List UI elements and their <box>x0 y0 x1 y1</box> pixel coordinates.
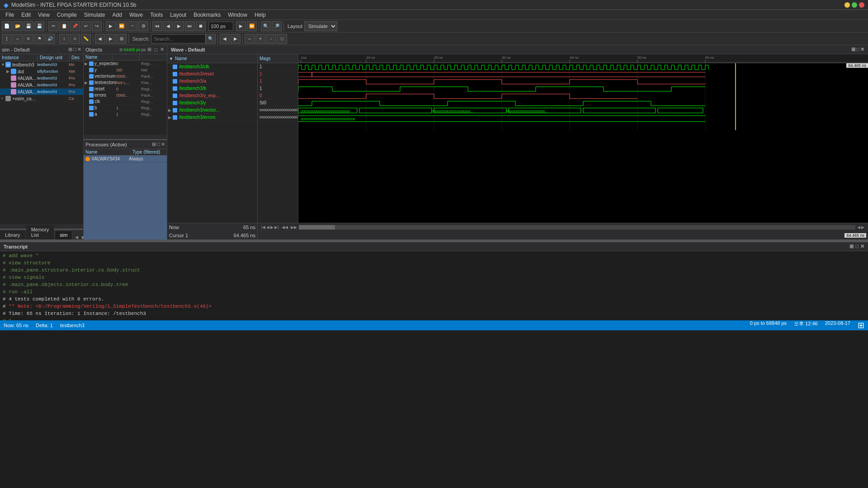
tab-memory-list[interactable]: Memory List <box>26 225 54 239</box>
save-all-btn[interactable]: 💾 <box>34 21 44 31</box>
wave-scroll-btns[interactable]: ◀ ▶ <box>857 225 864 230</box>
objects-icon2[interactable]: □ <box>153 47 158 52</box>
menu-add[interactable]: Add <box>109 11 126 19</box>
instance-close-btn[interactable]: ✕ <box>77 47 81 52</box>
tb2-btn3[interactable]: ≡ <box>24 34 33 44</box>
footer-btn4[interactable]: ▶| <box>274 225 278 230</box>
compile-btn[interactable]: ▶ <box>106 21 116 31</box>
tb2-btn2[interactable]: ↔ <box>13 34 23 44</box>
minimize-button[interactable] <box>844 2 850 8</box>
zoom-out-btn[interactable]: 🔎 <box>272 21 282 31</box>
proc-icon2[interactable]: □ <box>157 141 160 147</box>
cut-btn[interactable]: ✂ <box>48 21 58 31</box>
objects-scrollbar[interactable] <box>84 135 167 139</box>
footer-btn1[interactable]: |◀ <box>261 225 265 230</box>
obj-row-a[interactable]: a 1 Regi... <box>84 111 167 117</box>
tb2-find-next[interactable]: ▶ <box>231 34 241 44</box>
menu-wave[interactable]: Wave <box>126 11 146 19</box>
footer-btn2[interactable]: ◀ <box>266 225 269 230</box>
proc-item-always34[interactable]: #ALWAYS#34 Always <box>84 155 167 163</box>
transcript-close[interactable]: ✕ <box>860 244 864 249</box>
wave-float[interactable]: □ <box>856 47 859 52</box>
zoom-in-btn[interactable]: 🔍 <box>261 21 271 31</box>
wave-undock[interactable]: ⊞ <box>851 47 855 52</box>
tb2-zoom-btn[interactable]: ⊞ <box>117 34 127 44</box>
tb2-btn4[interactable]: ⚑ <box>34 34 44 44</box>
tb2-measure-btn[interactable]: 📏 <box>81 34 91 44</box>
time-input[interactable] <box>208 22 233 31</box>
new-btn[interactable]: 📄 <box>2 21 12 31</box>
tb2-btn5[interactable]: 🔊 <box>45 34 55 44</box>
wave-scrollbar[interactable] <box>299 225 855 230</box>
wave-close[interactable]: ✕ <box>860 47 864 52</box>
sim-btn[interactable]: ⚙ <box>138 21 148 31</box>
compile-all-btn[interactable]: ⏩ <box>117 21 127 31</box>
tb2-zoom-fit[interactable]: ↔ <box>245 34 255 44</box>
obj-row-y_expected[interactable]: ▶ y_expected 0 Regi... <box>84 61 167 67</box>
tab-library[interactable]: Library <box>0 230 25 239</box>
open-btn[interactable]: 📂 <box>13 21 23 31</box>
tab-nav-left[interactable]: ◀ <box>73 235 80 239</box>
transcript-icon1[interactable]: ⊞ <box>849 244 854 249</box>
menu-view[interactable]: View <box>34 11 53 19</box>
tb2-zoom-sel[interactable]: □ <box>277 34 287 44</box>
footer-btn5[interactable]: ◀◀ <box>280 225 290 230</box>
t-error-link[interactable]: ** Note: <D:/Programming/Verilog/1_Simpl… <box>9 304 212 309</box>
tree-item-always28[interactable]: #ALWAYS#28 testbench3 Pro <box>0 82 83 89</box>
tb2-zoom-out2[interactable]: - <box>266 34 276 44</box>
search-btn[interactable]: 🔍 <box>206 34 216 44</box>
footer-btn6[interactable]: ▶▶ <box>291 225 297 230</box>
obj-row-vectornum[interactable]: vectornum 0000... Pack... <box>84 73 167 80</box>
run-back-btn[interactable]: ◀ <box>163 21 173 31</box>
obj-row-reset[interactable]: reset 0 Regi... <box>84 86 167 92</box>
run-all-btn[interactable]: ⏩ <box>247 21 257 31</box>
obj-row-errors[interactable]: errors 0000... Pack... <box>84 92 167 99</box>
menu-compile[interactable]: Compile <box>53 11 80 19</box>
paste-btn[interactable]: 📌 <box>70 21 80 31</box>
objects-icon1[interactable]: ⊞ <box>146 47 152 52</box>
footer-btn3[interactable]: ▶ <box>270 225 274 230</box>
obj-row-b[interactable]: b 1 Regi... <box>84 105 167 111</box>
obj-row-y[interactable]: y St0 Net <box>84 67 167 73</box>
proc-icon1[interactable]: ⊞ <box>152 141 156 147</box>
objects-close[interactable]: ✕ <box>159 47 165 52</box>
close-button[interactable] <box>859 2 864 8</box>
tb2-btn1[interactable]: | <box>2 34 12 44</box>
menu-bookmarks[interactable]: Bookmarks <box>190 11 224 19</box>
tree-item-always14[interactable]: #ALWAYS#14 testbench3 Pro <box>0 75 83 82</box>
obj-row-clk[interactable]: clk Regi... <box>84 99 167 105</box>
scroll-left-btn[interactable]: ◀ <box>857 225 860 230</box>
tb2-find-prev[interactable]: ◀ <box>220 34 230 44</box>
maximize-button[interactable] <box>852 2 857 8</box>
tb2-zoom-in2[interactable]: + <box>255 34 265 44</box>
tree-item-testbench3[interactable]: ▼ M testbench3 testbench3 Mo <box>0 61 83 68</box>
tb2-wave-btn[interactable]: ≈ <box>70 34 80 44</box>
tree-item-dut[interactable]: ▶ dut sillyfunction Net <box>0 68 83 75</box>
windows-icon[interactable]: ⊞ <box>858 320 864 330</box>
tree-item-vsim[interactable]: + +vsim_capacity# Ca <box>0 95 83 102</box>
instance-float-btn[interactable]: □ <box>73 47 76 52</box>
menu-file[interactable]: File <box>2 11 18 19</box>
undo-btn[interactable]: ↩ <box>81 21 91 31</box>
scroll-right-btn[interactable]: ▶ <box>861 225 864 230</box>
wave-btn[interactable]: ~ <box>127 21 137 31</box>
copy-btn[interactable]: 📋 <box>59 21 69 31</box>
tree-item-always34[interactable]: #ALWAYS#34 testbench3 Pro <box>0 89 83 95</box>
transcript-icon2[interactable]: □ <box>855 244 859 249</box>
redo-btn[interactable]: ↪ <box>92 21 102 31</box>
tab-sim[interactable]: sim <box>55 230 72 239</box>
layout-dropdown[interactable]: Simulate <box>304 21 337 31</box>
instance-undock-btn[interactable]: ⊞ <box>68 47 72 52</box>
menu-tools[interactable]: Tools <box>146 11 166 19</box>
tb2-left-btn[interactable]: ◀ <box>95 34 105 44</box>
tb2-right-btn[interactable]: ▶ <box>106 34 116 44</box>
run-step-btn[interactable]: ⏭ <box>185 21 195 31</box>
run-start-btn[interactable]: ⏮ <box>152 21 162 31</box>
menu-layout[interactable]: Layout <box>166 11 190 19</box>
obj-row-testvectors[interactable]: ▶ testvectors Not L... Fixe... <box>84 80 167 86</box>
wave-footer-controls[interactable]: |◀ ◀ ▶ ▶| ◀◀ ▶▶ <box>261 225 297 230</box>
instance-panel-controls[interactable]: ⊞ □ ✕ <box>68 47 81 52</box>
menu-edit[interactable]: Edit <box>18 11 34 19</box>
menu-window[interactable]: Window <box>224 11 251 19</box>
proc-close[interactable]: ✕ <box>161 141 165 147</box>
